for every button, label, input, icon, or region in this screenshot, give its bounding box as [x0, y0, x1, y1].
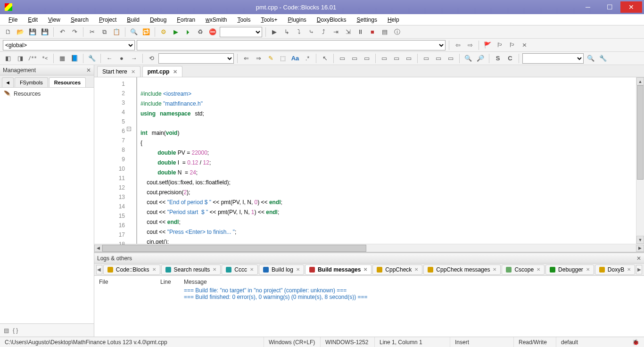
horizontal-scrollbar[interactable]: ◀ ▶	[94, 244, 644, 252]
log-tabs-scroll-right[interactable]: ▶	[636, 265, 642, 274]
paste-icon[interactable]: 📋	[111, 27, 122, 37]
nav-back-icon[interactable]: ←	[104, 53, 115, 64]
block9-icon[interactable]: ▭	[446, 53, 456, 64]
log-tab-close-icon[interactable]: ✕	[250, 267, 254, 272]
jump-fwd-icon[interactable]: ⇨	[465, 40, 475, 50]
cursor-icon[interactable]: ↖	[320, 53, 330, 64]
open-file-icon[interactable]: 📂	[15, 27, 25, 37]
undo-icon[interactable]: ↶	[57, 27, 67, 37]
menu-tools[interactable]: Tools	[232, 15, 255, 25]
menu-fortran[interactable]: Fortran	[172, 15, 200, 25]
menu-tools[interactable]: Tools+	[256, 15, 282, 25]
menu-debug[interactable]: Debug	[145, 15, 171, 25]
debug-run-icon[interactable]: ▶	[269, 27, 280, 37]
zoom-out-icon[interactable]: 🔎	[475, 53, 486, 64]
highlight-icon[interactable]: ✎	[265, 53, 276, 64]
scope-combo[interactable]: <global>	[3, 40, 135, 50]
run-icon[interactable]: ▶	[171, 27, 181, 37]
log-tab-close-icon[interactable]: ✕	[363, 267, 367, 272]
mgmt-tab-resources[interactable]: Resources	[49, 77, 86, 87]
next-instr-icon[interactable]: ⇥	[330, 27, 341, 37]
log-tab-close-icon[interactable]: ✕	[493, 267, 496, 272]
log-tab-cppcheck[interactable]: CppCheck✕	[372, 264, 422, 275]
block3-icon[interactable]: ▭	[362, 53, 372, 64]
copy-icon[interactable]: ⧉	[99, 27, 109, 37]
log-tab-cppcheck-messages[interactable]: CppCheck messages✕	[423, 264, 501, 275]
log-tab-build-messages[interactable]: Build messages✕	[305, 264, 372, 275]
redo-icon[interactable]: ↷	[69, 27, 80, 37]
replace-icon[interactable]: 🔁	[141, 27, 151, 37]
comment-icon[interactable]: /**	[27, 53, 38, 64]
hscroll-thumb[interactable]	[102, 245, 366, 252]
build-messages-body[interactable]: File Line Message === Build file: "no ta…	[94, 276, 644, 337]
last-jump-icon[interactable]: ⟲	[146, 53, 157, 64]
block5-icon[interactable]: ▭	[391, 53, 402, 64]
log-tab-close-icon[interactable]: ✕	[213, 267, 216, 272]
menu-doxyblocks[interactable]: DoxyBlocks	[312, 15, 351, 25]
step-over-icon[interactable]: ⤵	[294, 27, 304, 37]
log-tab-close-icon[interactable]: ✕	[152, 267, 156, 272]
log-tab-build-log[interactable]: Build log✕	[259, 264, 304, 275]
bookmark-toggle-icon[interactable]: 🚩	[482, 40, 493, 50]
step-instr-icon[interactable]: ⇲	[343, 27, 353, 37]
code-editor[interactable]: #include <iostream> #include "mathfinanc…	[137, 77, 636, 244]
menu-build[interactable]: Build	[122, 15, 144, 25]
select-next-icon[interactable]: ⬚	[278, 53, 288, 64]
save-icon[interactable]: 💾	[27, 27, 38, 37]
maximize-button[interactable]: ☐	[599, 1, 620, 13]
vscroll-thumb[interactable]	[637, 85, 644, 180]
log-tab-code-blocks[interactable]: Code::Blocks✕	[103, 264, 160, 275]
mgmt-tab-scroll-left[interactable]: ◄	[2, 77, 14, 87]
nav-fwd-icon[interactable]: →	[129, 53, 139, 64]
debug-windows-icon[interactable]: ▤	[380, 27, 390, 37]
status-bug-icon[interactable]: 🐞	[627, 337, 644, 347]
save-all-icon[interactable]: 💾	[40, 27, 50, 37]
toggle-source-icon[interactable]: ◧	[3, 53, 13, 64]
resources-tree[interactable]: 🪶 Resources	[0, 88, 94, 323]
zoom-in-icon[interactable]: 🔍	[463, 53, 473, 64]
menu-settings[interactable]: Settings	[352, 15, 382, 25]
prev-diff-icon[interactable]: ⇐	[241, 53, 251, 64]
find-icon[interactable]: 🔍	[129, 27, 139, 37]
build-target-combo[interactable]	[220, 27, 262, 37]
symbol-combo[interactable]	[137, 40, 446, 50]
search-go-icon[interactable]: 🔍	[586, 53, 596, 64]
logs-close-icon[interactable]: ✕	[636, 255, 641, 262]
info-icon[interactable]: ⓘ	[392, 27, 402, 37]
log-tab-debugger[interactable]: Debugger✕	[545, 264, 594, 275]
log-tab-close-icon[interactable]: ✕	[414, 267, 418, 272]
toggle-header-icon[interactable]: ◨	[15, 53, 25, 64]
scroll-down-icon[interactable]: ▼	[636, 236, 644, 244]
stop-debug-icon[interactable]: ■	[367, 27, 378, 37]
menu-wxsmith[interactable]: wxSmith	[201, 15, 231, 25]
log-tab-close-icon[interactable]: ✕	[627, 267, 631, 272]
block8-icon[interactable]: ▭	[433, 53, 444, 64]
settings-wrench-icon[interactable]: 🔧	[87, 53, 97, 64]
regex-icon[interactable]: .*	[302, 53, 313, 64]
log-tab-doxyb[interactable]: DoxyB✕	[595, 264, 635, 275]
editor-tab-start-here[interactable]: Start here✕	[97, 66, 140, 77]
menu-search[interactable]: Search	[66, 15, 93, 25]
editor-tab-pmt-cpp[interactable]: pmt.cpp✕	[142, 66, 183, 77]
menu-plugins[interactable]: Plugins	[283, 15, 311, 25]
doxygen-icon[interactable]: ▦	[57, 53, 67, 64]
menu-help[interactable]: Help	[383, 15, 404, 25]
step-into-icon[interactable]: ⤷	[306, 27, 316, 37]
block6-icon[interactable]: ▭	[404, 53, 414, 64]
next-diff-icon[interactable]: ⇒	[253, 53, 264, 64]
mgmt-tab-fsymbols[interactable]: FSymbols	[15, 77, 48, 87]
block7-icon[interactable]: ▭	[421, 53, 431, 64]
run-to-cursor-icon[interactable]: ↳	[281, 27, 292, 37]
bookmark-clear-icon[interactable]: ⨯	[519, 40, 529, 50]
menu-project[interactable]: Project	[94, 15, 121, 25]
c-icon[interactable]: C	[505, 53, 515, 64]
search-opts-icon[interactable]: 🔧	[598, 53, 608, 64]
fold-toggle-icon[interactable]: −	[127, 127, 131, 131]
log-tabs-scroll-left[interactable]: ◀	[96, 265, 102, 274]
bookmark-next-icon[interactable]: 🏳	[507, 40, 517, 50]
menu-edit[interactable]: Edit	[23, 15, 42, 25]
tab-close-icon[interactable]: ✕	[131, 69, 135, 75]
block2-icon[interactable]: ▭	[349, 53, 360, 64]
abort-icon[interactable]: ⛔	[207, 27, 218, 37]
cut-icon[interactable]: ✂	[87, 27, 97, 37]
